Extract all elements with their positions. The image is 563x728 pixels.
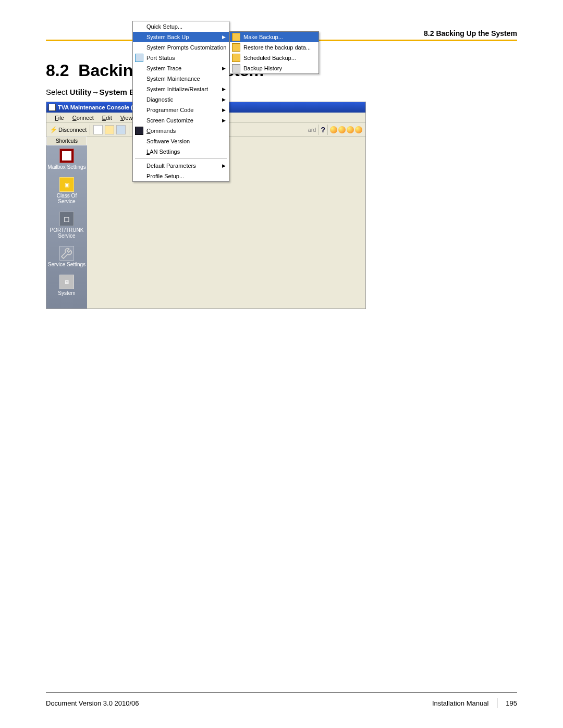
blank-icon [135, 33, 143, 41]
menu-diagnostic[interactable]: Diagnostic ▶ [133, 94, 229, 105]
submenu-arrow-icon: ▶ [222, 118, 226, 123]
submenu-make-backup[interactable]: Make Backup... [230, 32, 319, 42]
disconnect-label: Disconnect [58, 127, 87, 133]
page-footer: Document Version 3.0 2010/06 Installatio… [46, 692, 517, 708]
commands-icon [135, 127, 143, 135]
blank-icon [135, 43, 143, 52]
instruction-line: Select Utility→System Back Up→Make Backu… [46, 88, 517, 96]
submenu-arrow-icon: ▶ [222, 34, 226, 40]
toolbar-separator-2 [129, 125, 129, 135]
footer-left: Document Version 3.0 2010/06 [46, 699, 139, 707]
submenu-arrow-icon: ▶ [222, 87, 226, 92]
submenu-arrow-icon: ▶ [222, 97, 226, 102]
menu-quick-setup[interactable]: Quick Setup... [133, 21, 229, 32]
blank-icon [135, 95, 143, 104]
app-icon [48, 104, 56, 111]
sidebar: Shortcuts Mailbox Settings ▣ Class Of Se… [46, 137, 87, 309]
blank-icon [135, 75, 143, 83]
wrench-icon [59, 246, 74, 261]
menu-initialize-restart[interactable]: System Initialize/Restart ▶ [133, 84, 229, 94]
peek-text: ard [308, 127, 316, 133]
submenu-arrow-icon: ▶ [222, 66, 226, 71]
footer-divider [497, 698, 497, 708]
header-right-text: 8.2 Backing Up the System [424, 29, 517, 38]
menu-prompts-customization[interactable]: System Prompts Customization [133, 42, 229, 53]
toolbar-right-cluster: ard ? [308, 125, 362, 135]
backup-submenu: Make Backup... Restore the backup data..… [229, 31, 319, 74]
toolbar-separator [90, 125, 90, 135]
blank-icon [135, 172, 143, 180]
disconnect-button[interactable]: ⚡ Disconnect [50, 126, 87, 133]
folder-icon [232, 43, 240, 52]
section-number: 8.2 [46, 61, 69, 80]
menu-system-backup[interactable]: System Back Up ▶ [133, 32, 229, 42]
blank-icon [135, 137, 143, 145]
save-icon[interactable] [116, 125, 126, 134]
sidebar-item-system[interactable]: 🖥 System [46, 272, 87, 300]
plug-icon: ⚡ [50, 126, 57, 133]
blank-icon [135, 116, 143, 125]
menubar-file[interactable]: File [51, 114, 68, 122]
app-screenshot: TVA Maintenance Console (Ver. 2.0 Mode) … [46, 102, 366, 309]
menu-separator [135, 158, 227, 159]
mailbox-icon [59, 149, 74, 163]
port-icon: ◻ [59, 212, 74, 226]
sidebar-label: System [47, 290, 86, 296]
footer-page-number: 195 [506, 699, 517, 707]
menu-commands[interactable]: Commands [133, 126, 229, 136]
new-icon[interactable] [93, 125, 103, 134]
sidebar-label: Mailbox Settings [47, 164, 86, 170]
menubar-edit[interactable]: Edit [98, 114, 116, 122]
menu-system-trace[interactable]: System Trace ▶ [133, 63, 229, 73]
sidebar-label: PORT/TRUNK Service [47, 227, 86, 239]
sidebar-label: Class Of Service [47, 193, 86, 204]
status-ball-3[interactable] [347, 126, 354, 133]
blank-icon [135, 162, 143, 170]
status-ball-2[interactable] [338, 126, 346, 133]
sidebar-item-port[interactable]: ◻ PORT/TRUNK Service [46, 208, 87, 243]
footer-manual-label: Installation Manual [432, 699, 488, 707]
blank-icon [135, 147, 143, 156]
menu-default-parameters[interactable]: Default Parameters ▶ [133, 161, 229, 171]
cos-icon: ▣ [59, 177, 74, 192]
system-icon: 🖥 [59, 275, 74, 289]
menu-profile-setup[interactable]: Profile Setup... [133, 171, 229, 181]
menu-programmer-code[interactable]: Programmer Code ▶ [133, 105, 229, 115]
sidebar-header: Shortcuts [46, 137, 87, 145]
status-ball-4[interactable] [355, 126, 362, 133]
menu-software-version[interactable]: Software Version [133, 136, 229, 146]
submenu-arrow-icon: ▶ [222, 163, 226, 168]
menubar-connect[interactable]: Connect [68, 114, 98, 122]
status-ball-1[interactable] [330, 126, 337, 133]
menu-screen-customize[interactable]: Screen Customize ▶ [133, 115, 229, 126]
port-status-icon [135, 54, 143, 62]
menu-port-status[interactable]: Port Status [133, 53, 229, 63]
submenu-restore-backup[interactable]: Restore the backup data... [230, 42, 319, 53]
submenu-backup-history[interactable]: Backup History [230, 63, 319, 73]
sidebar-item-service[interactable]: Service Settings [46, 243, 87, 272]
folder-icon [232, 33, 240, 41]
folder-icon [232, 54, 240, 62]
blank-icon [135, 22, 143, 31]
menu-lan-settings[interactable]: LAN Settings [133, 146, 229, 157]
submenu-scheduled-backup[interactable]: Scheduled Backup... [230, 53, 319, 63]
sidebar-item-cos[interactable]: ▣ Class Of Service [46, 174, 87, 208]
history-icon [232, 64, 240, 72]
blank-icon [135, 85, 143, 93]
help-icon[interactable]: ? [321, 126, 325, 134]
open-icon[interactable] [105, 125, 114, 134]
menu-system-maintenance[interactable]: System Maintenance [133, 73, 229, 84]
utility-menu-dropdown: Quick Setup... System Back Up ▶ System P… [132, 21, 229, 182]
blank-icon [135, 64, 143, 72]
sidebar-item-mailbox[interactable]: Mailbox Settings [46, 145, 87, 174]
submenu-arrow-icon: ▶ [222, 107, 226, 113]
sidebar-label: Service Settings [47, 262, 86, 267]
blank-icon [135, 106, 143, 114]
